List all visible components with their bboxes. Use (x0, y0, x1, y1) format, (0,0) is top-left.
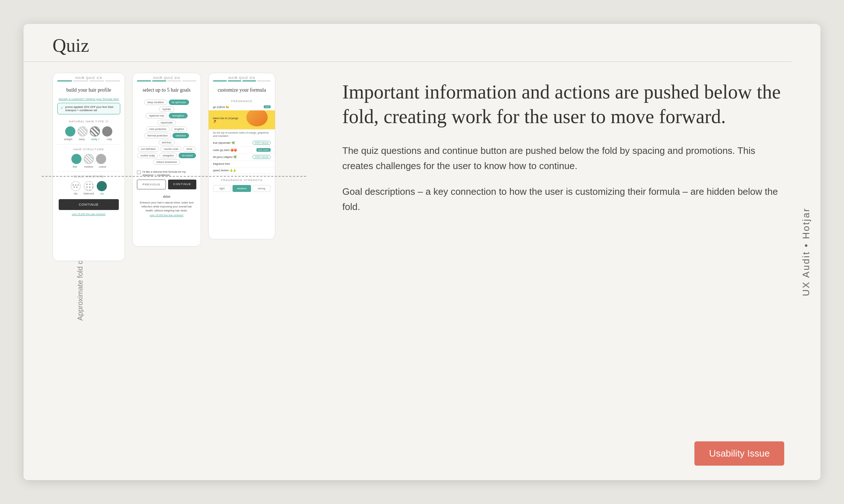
fragrance-peach[interactable]: nude (p) each 🍑🍑 best match (209, 147, 275, 154)
mock2-btn-row: PREVIOUS CONTINUE (137, 180, 196, 189)
mock1-hair-type-circles (53, 125, 125, 137)
fragrance-lavender-natural: 100% natural (252, 141, 271, 145)
mock3-strength-row: light medium strong (209, 183, 275, 194)
mock1-structure-labels: fine medium coarse (53, 165, 125, 170)
mockup-2: HAIR QUIZ 2/4 select up to 5 hair goals … (132, 73, 201, 247)
circle-curly[interactable] (90, 126, 100, 136)
fragrance-peach-name: nude (p) each 🍑🍑 (213, 148, 237, 152)
tags-row-2: replenish hair strengthen rejuvenate (136, 113, 197, 125)
scalp-oily-icon[interactable] (97, 181, 107, 191)
circle-wavy[interactable] (78, 126, 88, 136)
promo-text: promo applied! 20% OFF your first 3Set: … (65, 105, 117, 112)
circle-coarse[interactable] (96, 154, 106, 164)
circle-medium[interactable] (84, 154, 94, 164)
scalp-dry-icon[interactable] (71, 181, 81, 191)
strength-light[interactable]: light (213, 185, 231, 192)
tags-row-5: curl definition nourish roots shine (136, 146, 197, 152)
strength-medium[interactable]: medium (233, 185, 251, 192)
fragrance-peach-badge: best match (256, 148, 271, 152)
mock1-footer[interactable]: over 15,000 five-star reviews!! (53, 213, 125, 219)
mock2-prev-btn[interactable]: PREVIOUS (137, 180, 166, 189)
tag-replenish[interactable]: replenish hair (146, 113, 167, 118)
mock3-fragrance-label: FRAGRANCE (209, 97, 275, 104)
tag-shine[interactable]: shine (183, 146, 196, 152)
tag-lengthen[interactable]: lengthen (171, 126, 188, 132)
tags-row-3: color protection lengthen (136, 126, 197, 132)
mock2-tags: deep condition fix split ends hydrate re… (133, 97, 201, 168)
fragrance-description: for the top of sunshine notes of mango, … (209, 130, 275, 140)
mock2-review-link[interactable]: over 15,000 five-star reviews!! (133, 214, 201, 219)
silicone-checkbox[interactable] (137, 171, 141, 174)
label-coily: coily (103, 138, 116, 141)
slide: UX Audit • Hotjar Quiz Approximate fold … (24, 24, 820, 480)
checkbox-label: I'd like a silicone-free formula for my … (142, 170, 196, 177)
fragrance-free-name: fragrance free (213, 162, 230, 165)
scalp-balanced: balanced (84, 181, 94, 195)
circle-fine[interactable] (71, 154, 82, 164)
scalp-balanced-label: balanced (84, 192, 94, 195)
mock3-strength-label: FRAGRANCE STRENGTH (209, 176, 275, 183)
fragrance-citrus-name: go (c)itrus 🍋 (213, 105, 229, 109)
circle-straight[interactable] (65, 126, 75, 136)
tag-color[interactable]: color protection (146, 126, 170, 132)
label-wavy: wavy (76, 138, 88, 141)
mock1-divider1 (57, 144, 120, 144)
fragrance-calypso[interactable]: all (you) calypso 🌿 100% natural (209, 154, 275, 161)
strength-strong[interactable]: strong (252, 185, 271, 192)
tags-row-6: soothe scalp straighten oil control (136, 153, 197, 158)
tag-antifrizz[interactable]: anti-frizz (159, 140, 175, 145)
mock1-hair-type-labels: straight wavy curly ✓ coily (53, 137, 125, 143)
mockup-3: HAIR QUIZ 3/4 customize your formula FRA… (208, 73, 275, 239)
tags-row-1: deep condition fix split ends hydrate (136, 100, 197, 112)
body-text-2: Goal descriptions – a key connection to … (342, 184, 784, 214)
fragrance-calypso-natural: 100% natural (252, 155, 271, 159)
mockups-area: Approximate fold on iPhone 11 HAIR QUIZ … (53, 73, 306, 469)
tags-row-7: reduce brassiness (136, 159, 197, 165)
tag-hydrate[interactable]: hydrate (159, 106, 174, 112)
scalp-balanced-icon[interactable] (84, 181, 94, 191)
body-text-1: The quiz questions and continue button a… (342, 143, 784, 173)
mock3-progress-3 (242, 80, 256, 81)
tag-soothe[interactable]: soothe scalp (137, 153, 158, 158)
scalp-dry-label: dry (74, 192, 78, 195)
mock3-divider (213, 175, 271, 175)
tag-nourish[interactable]: nourish roots (160, 146, 181, 152)
fragrance-mango[interactable]: takes two to (m)ango 🥭 (209, 110, 275, 130)
mock1-promo: ✓ promo applied! 20% OFF your first 3Set… (57, 103, 120, 114)
label-straight: straight (62, 138, 74, 141)
tags-row-4: thermal protection volumize anti-frizz (136, 133, 197, 145)
tag-straighten[interactable]: straighten (159, 153, 177, 158)
fragrance-citrus[interactable]: go (c)itrus 🍋 new (209, 104, 275, 110)
tag-thermal[interactable]: thermal protection (144, 133, 171, 138)
mock2-progress-3 (167, 80, 181, 81)
tag-rejuvenate[interactable]: rejuvenate (158, 120, 176, 125)
label-curly: curly ✓ (89, 138, 102, 141)
mock2-header: HAIR QUIZ 2/4 (133, 73, 201, 80)
tag-brassiness[interactable]: reduce brassiness (153, 159, 180, 165)
mockup-1: HAIR QUIZ 1/4 build your hair profile al… (53, 73, 125, 261)
mock1-continue-btn[interactable]: CONTINUE (59, 199, 119, 210)
mock2-progress-4 (182, 80, 196, 81)
fragrance-free[interactable]: fragrance free (209, 161, 275, 167)
slide-title: Quiz (53, 35, 802, 56)
progress-bar-1 (57, 80, 72, 81)
tag-curl[interactable]: curl definition (138, 146, 159, 152)
tag-strengthen[interactable]: strengthen (169, 113, 187, 118)
main-heading: Important information and actions are pu… (342, 80, 784, 129)
progress-bar-4 (105, 80, 120, 81)
fragrance-pear[interactable]: (pear) fection 🍐🍐 (209, 167, 275, 174)
slide-header: Quiz (24, 24, 820, 62)
tag-volumize[interactable]: volumize (172, 133, 189, 138)
tag-deep-condition[interactable]: deep condition (144, 100, 167, 105)
mock1-structure-circles (53, 152, 125, 165)
mock3-header: HAIR QUIZ 3/4 (209, 73, 275, 80)
fragrance-lavender[interactable]: true (la)vender 🌿 100% natural (209, 139, 275, 147)
mock1-progress (53, 80, 125, 84)
right-sidebar: UX Audit • Hotjar (791, 24, 820, 480)
usability-issue-btn[interactable]: Usability Issue (694, 441, 784, 466)
tag-fix-split-ends[interactable]: fix split ends (169, 100, 189, 105)
circle-coily[interactable] (102, 126, 112, 136)
tag-oil[interactable]: oil control (179, 153, 196, 158)
mock2-next-btn[interactable]: CONTINUE (168, 180, 196, 189)
fragrance-pear-name: (pear) fection 🍐🍐 (213, 169, 236, 172)
